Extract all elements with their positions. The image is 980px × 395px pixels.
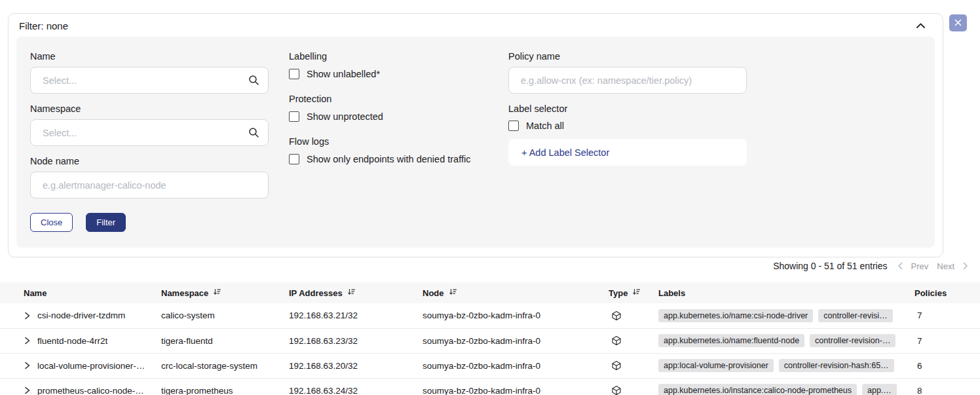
add-label-selector-button[interactable]: + Add Label Selector: [508, 139, 747, 166]
endpoint-policies-count: 7: [914, 303, 980, 328]
endpoint-node: soumya-bz-0zbo-kadm-infra-0: [423, 303, 609, 328]
protection-section-label: Protection: [289, 94, 488, 104]
endpoint-node: soumya-bz-0zbo-kadm-infra-0: [423, 328, 609, 353]
endpoint-name: prometheus-calico-node-…: [37, 386, 144, 395]
filter-panel-header: Filter: none: [9, 14, 943, 37]
policy-name-input[interactable]: [508, 67, 747, 94]
node-name-input[interactable]: [30, 172, 269, 198]
label-badge: app.kubernetes.io/instance:calico-node-p…: [658, 384, 857, 395]
expand-row-chevron-icon[interactable]: [24, 386, 31, 394]
endpoint-namespace: tigera-fluentd: [161, 328, 289, 353]
show-unprotected-label: Show unprotected: [307, 111, 383, 122]
flow-logs-section-label: Flow logs: [289, 136, 488, 147]
table-row[interactable]: fluentd-node-4rr2t tigera-fluentd 192.16…: [0, 328, 980, 353]
filter-button[interactable]: Filter: [86, 213, 126, 232]
workload-cube-icon: [609, 385, 658, 395]
filter-column-middle: Labelling Show unlabelled* Protection Sh…: [289, 51, 488, 164]
expand-row-chevron-icon[interactable]: [24, 312, 31, 320]
filter-column-left: Name Namespace Node name: [30, 51, 269, 232]
sort-icon: [213, 288, 221, 298]
chevron-up-icon: [916, 21, 926, 31]
close-panel-button[interactable]: [949, 14, 967, 31]
label-badge: controller-revision-hash:65…: [779, 359, 894, 372]
next-page-chevron-icon[interactable]: [963, 262, 968, 270]
workload-cube-icon: [609, 310, 658, 321]
endpoint-policies-count: 6: [914, 353, 980, 378]
column-header-name: Name: [0, 282, 161, 303]
column-header-node[interactable]: Node: [423, 282, 609, 303]
label-badge: app.kubernetes.io/name:csi-node-driver: [658, 309, 813, 322]
match-all-label: Match all: [526, 121, 564, 131]
expand-row-chevron-icon[interactable]: [24, 362, 31, 369]
filter-column-right: Policy name Label selector Match all + A…: [508, 51, 747, 166]
filter-form: Name Namespace Node name: [16, 37, 935, 248]
next-page-button[interactable]: Next: [937, 261, 954, 271]
sort-icon: [632, 288, 641, 298]
labelling-section-label: Labelling: [289, 51, 488, 62]
endpoints-table: Name Namespace IP Addresses Node Type La…: [0, 282, 980, 395]
collapse-panel-button[interactable]: [914, 20, 927, 32]
name-field-label: Name: [30, 51, 269, 62]
entries-summary: Showing 0 - 51 of 51 entries: [773, 261, 887, 271]
sort-icon: [449, 288, 457, 298]
table-row[interactable]: csi-node-driver-tzdmm calico-system 192.…: [0, 303, 980, 328]
label-badge: app.…: [862, 384, 897, 395]
endpoint-namespace: tigera-prometheus: [161, 378, 289, 395]
column-header-policies: Policies: [914, 282, 980, 303]
label-selector-section-label: Label selector: [508, 103, 747, 114]
endpoint-namespace: crc-local-storage-system: [161, 353, 289, 378]
close-button[interactable]: Close: [30, 213, 73, 232]
endpoint-ip: 192.168.63.24/32: [289, 378, 423, 395]
endpoint-ip: 192.168.63.23/32: [289, 328, 423, 353]
table-header-row: Name Namespace IP Addresses Node Type La…: [0, 282, 980, 303]
column-header-labels: Labels: [658, 282, 914, 303]
match-all-checkbox[interactable]: [508, 121, 519, 131]
workload-cube-icon: [609, 335, 658, 346]
endpoint-policies-count: 7: [914, 328, 980, 353]
close-icon: [954, 18, 962, 28]
show-unlabelled-checkbox[interactable]: [289, 69, 299, 79]
name-select-input[interactable]: [30, 67, 269, 94]
table-row[interactable]: prometheus-calico-node-… tigera-promethe…: [0, 378, 980, 395]
endpoint-ip: 192.168.63.20/32: [289, 353, 423, 378]
prev-page-chevron-icon[interactable]: [897, 262, 903, 270]
endpoint-policies-count: 8: [914, 378, 980, 395]
namespace-select-input[interactable]: [30, 119, 269, 146]
pagination-bar: Showing 0 - 51 of 51 entries Prev Next: [773, 261, 968, 271]
endpoint-namespace: calico-system: [161, 303, 289, 328]
sort-icon: [347, 288, 356, 298]
column-header-ip-addresses[interactable]: IP Addresses: [289, 282, 423, 303]
denied-traffic-label: Show only endpoints with denied traffic: [307, 154, 470, 164]
namespace-field-label: Namespace: [30, 103, 269, 114]
expand-row-chevron-icon[interactable]: [24, 337, 31, 345]
policy-name-field-label: Policy name: [508, 51, 747, 62]
filter-panel: Filter: none Name Names: [8, 13, 943, 257]
label-badge: controller-revisi…: [818, 309, 892, 322]
label-badge: controller-revision-…: [810, 334, 895, 347]
endpoint-name: csi-node-driver-tzdmm: [37, 310, 125, 320]
table-row[interactable]: local-volume-provisioner-… crc-local-sto…: [0, 353, 980, 378]
label-badge: app:local-volume-provisioner: [658, 359, 774, 372]
label-badge: app.kubernetes.io/name:fluentd-node: [658, 334, 804, 347]
endpoint-name: local-volume-provisioner-…: [37, 361, 145, 371]
workload-cube-icon: [609, 360, 658, 371]
endpoint-name: fluentd-node-4rr2t: [37, 336, 107, 346]
show-unprotected-checkbox[interactable]: [289, 111, 299, 122]
node-name-field-label: Node name: [30, 156, 269, 166]
endpoint-node: soumya-bz-0zbo-kadm-infra-0: [423, 353, 609, 378]
column-header-namespace[interactable]: Namespace: [161, 282, 289, 303]
filter-panel-title: Filter: none: [19, 20, 68, 31]
denied-traffic-checkbox[interactable]: [289, 154, 299, 164]
column-header-type[interactable]: Type: [609, 282, 658, 303]
prev-page-button[interactable]: Prev: [911, 261, 929, 271]
endpoint-ip: 192.168.63.21/32: [289, 303, 423, 328]
show-unlabelled-label: Show unlabelled*: [307, 69, 380, 79]
endpoint-node: soumya-bz-0zbo-kadm-infra-0: [423, 378, 609, 395]
filter-card: Filter: none Name Names: [8, 13, 943, 257]
